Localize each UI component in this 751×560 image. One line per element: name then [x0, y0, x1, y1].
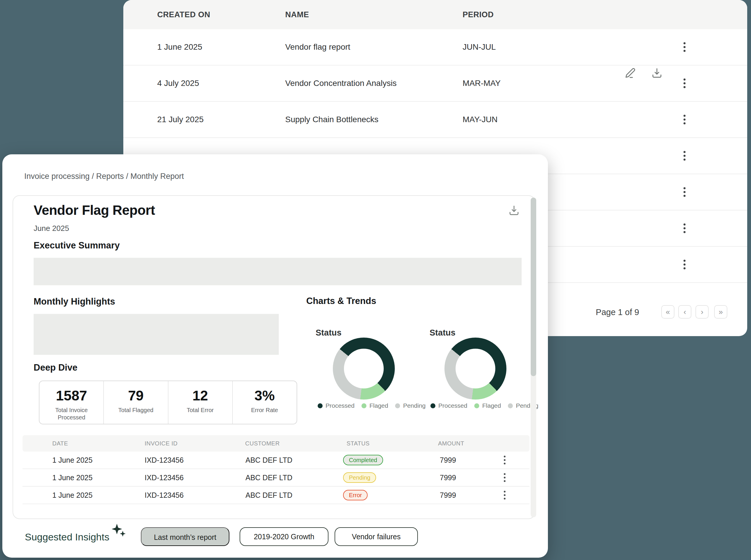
column-header-name: NAME — [285, 0, 309, 29]
cell-invoice-id: IXD-123456 — [145, 469, 183, 486]
page-title: Vendor Flag Report — [34, 202, 155, 218]
kebab-menu-icon[interactable] — [684, 224, 686, 233]
suggested-insights-title: Suggested Insights — [25, 532, 109, 543]
insight-chip-growth[interactable]: 2019-2020 Growth — [240, 527, 328, 546]
legend-label: Processed — [326, 402, 354, 409]
kebab-menu-icon[interactable] — [684, 151, 686, 161]
cell-invoice-id: IXD-123456 — [145, 487, 183, 504]
cell-created-on: 1 June 2025 — [157, 29, 202, 65]
insight-chip-last-month[interactable]: Last month’s report — [141, 527, 229, 546]
status-badge: Error — [343, 490, 368, 500]
pagination-first-button[interactable]: « — [661, 305, 674, 319]
column-header-date: DATE — [52, 435, 68, 452]
stat-label: Total Flagged — [111, 406, 161, 414]
pagination-prev-button[interactable]: ‹ — [678, 305, 691, 319]
column-header-amount: AMOUNT — [438, 435, 464, 452]
monthly-highlights-placeholder — [34, 314, 279, 355]
invoice-table-header: DATE INVOICE ID CUSTOMER STATUS AMOUNT — [22, 435, 529, 452]
column-header-customer: CUSTOMER — [245, 435, 280, 452]
pagination-next-button[interactable]: › — [695, 305, 709, 319]
kpi-stat-box: 1587 Total Invoice Processed 79 Total Fl… — [39, 381, 297, 424]
status-donut-chart — [333, 338, 395, 400]
cell-created-on: 4 July 2025 — [157, 65, 199, 101]
report-period: June 2025 — [34, 224, 69, 233]
table-row[interactable]: 4 July 2025 Vendor Concentration Analysi… — [123, 65, 747, 102]
donut-chart-title: Status — [430, 328, 455, 338]
stat-label: Total Invoice Processed — [50, 406, 94, 421]
cell-customer: ABC DEF LTD — [245, 487, 292, 504]
pagination-status: Page 1 of 9 — [584, 304, 651, 320]
cell-name: Vendor Concentration Analysis — [285, 65, 397, 101]
cell-customer: ABC DEF LTD — [245, 469, 292, 486]
pagination-last-button[interactable]: » — [714, 305, 727, 319]
legend-label: Flaged — [369, 402, 388, 409]
cell-period: MAY-JUN — [463, 102, 498, 137]
legend-dot-pending — [508, 403, 513, 408]
stat-value: 3% — [232, 387, 297, 404]
table-row[interactable]: 21 July 2025 Supply Chain Bottlenecks MA… — [123, 102, 747, 138]
cell-period: MAR-MAY — [463, 65, 501, 101]
kebab-menu-icon[interactable] — [684, 260, 686, 269]
edit-icon[interactable] — [624, 59, 637, 72]
legend-label: Flaged — [482, 402, 501, 409]
legend-label: Pending — [403, 402, 425, 409]
scrollbar-thumb[interactable] — [531, 198, 536, 376]
section-heading-monthly-highlights: Monthly Highlights — [34, 296, 115, 307]
cell-date: 1 June 2025 — [52, 469, 93, 486]
column-header-period: PERIOD — [463, 0, 494, 29]
sparkle-icon — [111, 523, 127, 540]
stat-value: 1587 — [39, 387, 103, 404]
section-heading-executive-summary: Executive Summary — [34, 240, 120, 251]
stat-label: Total Error — [175, 406, 225, 414]
status-donut-chart — [444, 338, 506, 400]
cell-amount: 7999 — [440, 469, 456, 486]
cell-amount: 7999 — [440, 452, 456, 468]
column-header-created-on: CREATED ON — [157, 0, 210, 29]
status-badge: Pending — [343, 472, 376, 483]
column-header-invoice-id: INVOICE ID — [145, 435, 178, 452]
table-row[interactable]: 1 June 2025 IXD-123456 ABC DEF LTD Compl… — [22, 452, 529, 469]
breadcrumb[interactable]: Invoice processing / Reports / Monthly R… — [24, 172, 184, 181]
kebab-menu-icon[interactable] — [684, 115, 686, 124]
chart-legend: Processed Flaged Pending — [318, 402, 426, 409]
stat-label: Error Rate — [240, 406, 289, 414]
download-report-icon[interactable] — [508, 204, 521, 217]
reports-table-header: CREATED ON NAME PERIOD — [123, 0, 747, 29]
section-heading-charts-trends: Charts & Trends — [306, 296, 376, 306]
kebab-menu-icon[interactable] — [504, 491, 506, 500]
legend-dot-processed — [430, 403, 435, 408]
download-icon[interactable] — [650, 59, 663, 72]
cell-date: 1 June 2025 — [52, 487, 93, 504]
cell-invoice-id: IXD-123456 — [145, 452, 183, 468]
legend-dot-flagged — [474, 403, 479, 408]
stat-value: 79 — [104, 387, 168, 404]
cell-amount: 7999 — [440, 487, 456, 504]
table-row[interactable]: 1 June 2025 IXD-123456 ABC DEF LTD Error… — [22, 487, 529, 504]
chart-legend: Processed Flaged Pending — [430, 402, 539, 409]
cell-name: Vendor flag report — [285, 29, 350, 65]
kebab-menu-icon[interactable] — [504, 473, 506, 482]
kebab-menu-icon[interactable] — [684, 42, 686, 52]
cell-created-on: 21 July 2025 — [157, 102, 204, 137]
legend-label: Processed — [438, 402, 467, 409]
legend-dot-flagged — [362, 403, 366, 408]
insight-chip-vendor-failures[interactable]: Vendor failures — [334, 527, 418, 546]
executive-summary-placeholder — [34, 258, 522, 285]
section-heading-deep-dive: Deep Dive — [34, 362, 77, 373]
kebab-menu-icon[interactable] — [684, 187, 686, 197]
cell-period: JUN-JUL — [463, 29, 496, 65]
stat-error-rate: 3% Error Rate — [232, 381, 297, 424]
invoice-table-body: 1 June 2025 IXD-123456 ABC DEF LTD Compl… — [22, 452, 529, 504]
cell-date: 1 June 2025 — [52, 452, 93, 468]
column-header-status: STATUS — [347, 435, 370, 452]
cell-customer: ABC DEF LTD — [245, 452, 292, 468]
stat-value: 12 — [168, 387, 232, 404]
monthly-report-modal: Invoice processing / Reports / Monthly R… — [2, 154, 548, 558]
stat-total-error: 12 Total Error — [168, 381, 232, 424]
kebab-menu-icon[interactable] — [684, 79, 686, 88]
legend-dot-pending — [395, 403, 400, 408]
table-row[interactable]: 1 June 2025 IXD-123456 ABC DEF LTD Pendi… — [22, 469, 529, 487]
donut-chart-title: Status — [316, 328, 342, 338]
cell-name: Supply Chain Bottlenecks — [285, 102, 379, 137]
kebab-menu-icon[interactable] — [504, 456, 506, 464]
